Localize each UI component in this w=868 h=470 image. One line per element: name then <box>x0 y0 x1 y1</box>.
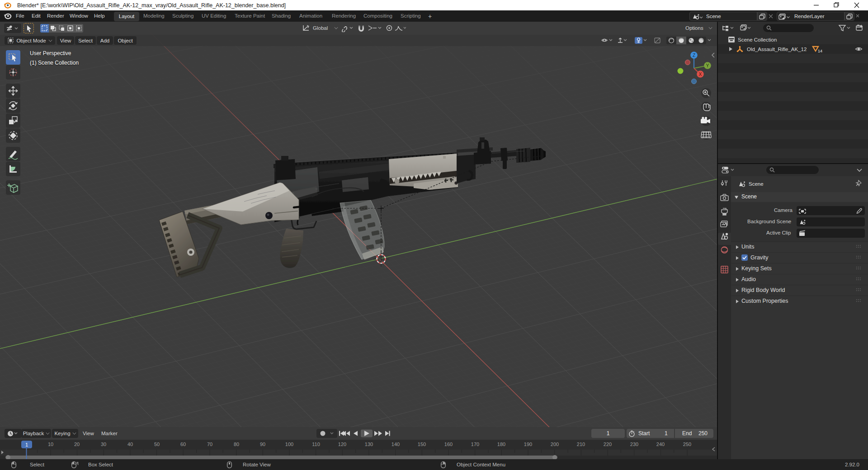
svg-text:Y: Y <box>706 63 709 68</box>
svg-text:1: 1 <box>25 442 28 447</box>
svg-text:X: X <box>699 72 702 77</box>
svg-text:Z: Z <box>693 53 695 58</box>
svg-text:14: 14 <box>818 49 822 53</box>
